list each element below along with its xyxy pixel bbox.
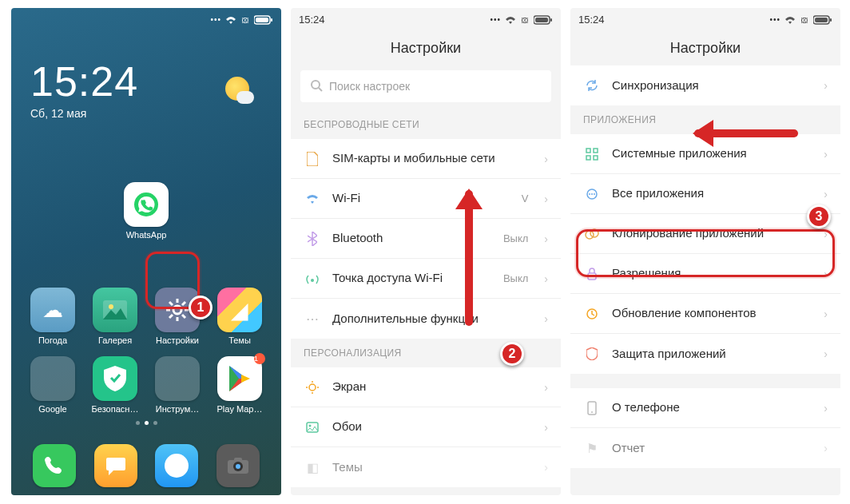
dock [11,444,281,487]
app-security[interactable]: Безопасн… [89,356,141,414]
svg-rect-2 [271,18,272,22]
svg-point-18 [236,464,240,469]
screen-home: ••• ⦻ 15:24 Сб, 12 мая WhatsApp ☁ Погода [11,8,281,495]
all-apps-icon [583,188,601,200]
row-label: Экран [332,379,533,395]
row-themes[interactable]: ◧ Темы › [291,447,561,487]
row-sim[interactable]: SIM-карты и мобильные сети › [291,139,561,179]
highlight-clone-row [576,229,835,277]
clock-date: Сб, 12 мая [30,107,281,120]
svg-point-5 [109,304,113,309]
row-all-apps[interactable]: Все приложения › [570,174,840,214]
dock-camera[interactable] [216,444,260,487]
row-label: Все приложения [612,186,812,201]
chevron-right-icon: › [824,188,828,200]
dock-messages[interactable] [94,444,137,487]
vibrate-icon: ⦻ [800,14,810,26]
row-bluetooth[interactable]: Bluetooth Выкл › [291,219,561,259]
dock-browser[interactable] [155,444,198,487]
row-label: Темы [332,460,533,475]
vibrate-icon: ⦻ [240,14,251,26]
app-label: Настройки [156,335,199,345]
wallpaper-icon [304,422,321,433]
row-report[interactable]: ⚑ Отчет › [570,428,840,468]
battery-icon [534,12,553,26]
search-placeholder: Поиск настроек [329,80,410,93]
spacer [570,374,840,388]
marker-2: 2 [500,342,524,366]
chevron-right-icon: › [824,308,828,320]
statusbar-dots-icon: ••• [210,15,221,24]
chevron-right-icon: › [544,461,548,474]
svg-point-25 [309,384,316,391]
chevron-right-icon: › [824,442,828,454]
hotspot-icon [304,272,321,285]
vibrate-icon: ⦻ [520,14,530,26]
section-wireless: БЕСПРОВОДНЫЕ СЕТИ [291,110,561,139]
app-google-folder[interactable]: Google [27,356,78,414]
chevron-right-icon: › [824,402,828,415]
row-label: SIM-карты и мобильные сети [332,151,533,166]
battery-icon [254,12,273,26]
wifi-icon [304,193,321,204]
svg-point-41 [591,193,593,195]
row-sync[interactable]: Синхронизация › [570,65,840,105]
svg-point-24 [311,279,314,282]
svg-rect-37 [586,156,590,160]
svg-line-23 [319,88,322,91]
marker-1: 1 [189,296,212,319]
clock-widget[interactable]: 15:24 Сб, 12 мая [11,30,281,120]
svg-rect-21 [550,18,552,22]
row-label: Отчет [612,441,812,456]
app-play-store[interactable]: 1 Play Мар… [214,356,265,414]
weather-icon[interactable] [225,77,249,101]
row-updates[interactable]: Обновление компонентов › [570,294,840,334]
svg-rect-20 [535,18,548,22]
row-label: Обновление компонентов [612,306,812,321]
svg-line-13 [169,315,173,318]
statusbar: 15:24 ••• ⦻ [291,8,561,30]
dock-phone[interactable] [33,444,76,487]
row-about[interactable]: О телефоне › [570,388,840,428]
app-gallery[interactable]: Галерея [89,288,141,345]
chevron-right-icon: › [824,79,828,92]
page-title: Настройки [291,30,561,65]
row-wallpaper[interactable]: Обои › [291,407,561,447]
app-themes[interactable]: ◢ Темы [214,288,265,345]
app-label: Безопасн… [92,404,139,414]
row-hotspot[interactable]: Точка доступа Wi-Fi Выкл › [291,259,561,299]
app-label: Галерея [98,335,132,345]
updates-icon [583,308,601,320]
page-title: Настройки [570,30,840,65]
row-wifi[interactable]: Wi-Fi V › [291,179,561,219]
battery-icon [813,12,832,26]
row-display[interactable]: Экран › [291,367,561,407]
sim-icon [304,152,321,166]
row-label: Дополнительные функции [332,312,533,327]
row-value: Выкл [503,232,528,244]
app-label: Погода [38,335,67,345]
search-input[interactable]: Поиск настроек [300,70,551,102]
marker-3: 3 [807,204,831,228]
row-value: V [522,192,529,204]
chevron-right-icon: › [544,192,548,205]
row-label: Синхронизация [612,78,812,93]
page-indicator [11,421,281,425]
svg-rect-34 [830,18,832,22]
chevron-right-icon: › [544,272,548,285]
svg-rect-1 [256,18,268,22]
protection-icon [583,347,601,360]
display-icon [304,381,321,394]
statusbar-home: ••• ⦻ [11,8,281,30]
app-weather[interactable]: ☁ Погода [27,288,78,345]
row-protection[interactable]: Защита приложений › [570,334,840,374]
app-label: WhatsApp [126,230,167,240]
more-icon: ⋯ [304,312,321,327]
screen-settings-top: 15:24 ••• ⦻ Настройки Поиск настроек БЕС… [291,8,561,495]
themes-icon: ◧ [304,460,321,475]
app-tools-folder[interactable]: Инструм… [152,356,203,414]
chevron-right-icon: › [824,148,828,161]
app-whatsapp[interactable]: WhatsApp [124,182,169,240]
row-more[interactable]: ⋯ Дополнительные функции › [291,299,561,339]
screen-settings-apps: 15:24 ••• ⦻ Настройки Синхронизация › ПР… [570,8,840,495]
